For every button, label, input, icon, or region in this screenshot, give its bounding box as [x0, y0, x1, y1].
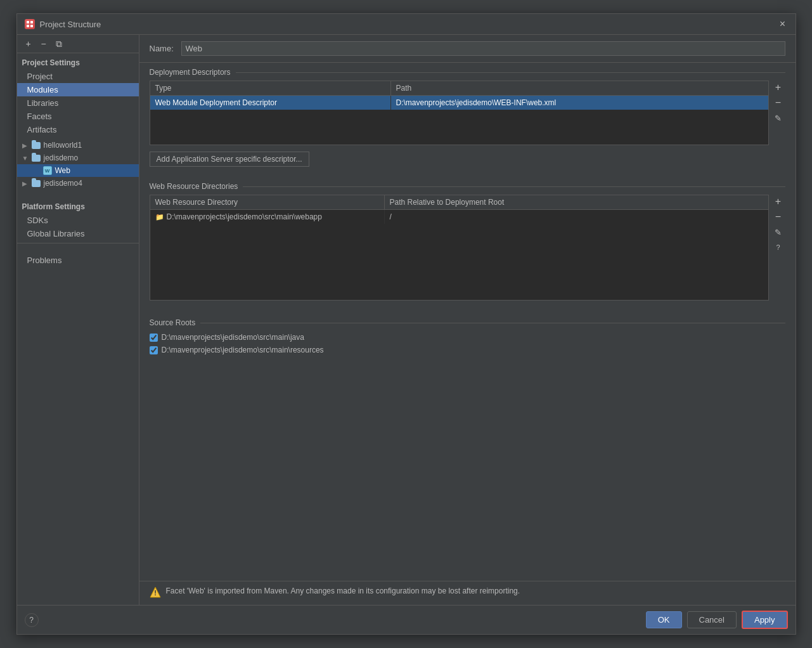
- sidebar-item-label: Modules: [27, 85, 58, 94]
- name-row: Name:: [139, 35, 796, 63]
- web-resource-section: Web Resource Directories Web Resource Di…: [139, 177, 796, 308]
- web-resource-table-body: 📁 D:\mavenprojects\jedisdemo\src\main\we…: [150, 210, 768, 300]
- remove-button[interactable]: −: [37, 37, 50, 50]
- project-settings-label: Project Settings: [17, 53, 139, 70]
- app-icon: [25, 19, 35, 29]
- module-tree: ▶ helloworld1 ▼ jedisdemo: [17, 136, 139, 192]
- tree-node-helloworld1[interactable]: ▶ helloworld1: [17, 139, 139, 152]
- sidebar-item-libraries[interactable]: Libraries: [17, 96, 139, 110]
- deployment-table-with-actions: Type Path Web Module Deployment Descript…: [150, 81, 785, 145]
- web-resource-table-with-actions: Web Resource Directory Path Relative to …: [150, 195, 785, 301]
- sidebar-item-global-libraries[interactable]: Global Libraries: [17, 227, 139, 240]
- title-bar: Project Structure ×: [17, 14, 796, 35]
- warning-icon: !: [150, 586, 161, 600]
- td-webres-dir: 📁 D:\mavenprojects\jedisdemo\src\main\we…: [150, 210, 385, 224]
- deployment-table-body: Web Module Deployment Descriptor D:\mave…: [150, 96, 768, 145]
- folder-icon: [31, 140, 41, 150]
- svg-text:!: !: [154, 589, 157, 597]
- project-structure-dialog: Project Structure × + − ⧉ Project Settin…: [16, 13, 796, 635]
- tree-toggle: ▼: [22, 155, 31, 162]
- name-label: Name:: [150, 44, 175, 53]
- deployment-table-header: Type Path: [150, 81, 768, 96]
- tree-node-jedisdemo4[interactable]: ▶ jedisdemo4: [17, 177, 139, 190]
- help-button[interactable]: ?: [25, 613, 39, 627]
- td-webres-path: /: [385, 210, 768, 224]
- dialog-body: + − ⧉ Project Settings Project Modules L…: [17, 35, 796, 605]
- th-webres-dir: Web Resource Directory: [150, 195, 385, 209]
- sidebar-item-label: Artifacts: [27, 125, 57, 134]
- table-row[interactable]: 📁 D:\mavenprojects\jedisdemo\src\main\we…: [150, 210, 768, 224]
- edit-descriptor-button[interactable]: ✎: [771, 111, 785, 125]
- web-module-icon: [42, 165, 53, 176]
- deployment-table-wrapper: Type Path Web Module Deployment Descript…: [150, 81, 769, 145]
- apply-button[interactable]: Apply: [742, 611, 788, 629]
- remove-descriptor-button[interactable]: −: [771, 96, 785, 110]
- table-row[interactable]: Web Module Deployment Descriptor D:\mave…: [150, 96, 768, 110]
- th-path: Path: [391, 81, 768, 95]
- webres-folder-icon: 📁: [155, 213, 164, 221]
- tree-label-jedisdemo: jedisdemo: [44, 153, 79, 162]
- close-button[interactable]: ×: [778, 19, 788, 29]
- source-root-label-1: D:\mavenprojects\jedisdemo\src\main\reso…: [162, 346, 324, 354]
- sidebar: + − ⧉ Project Settings Project Modules L…: [17, 35, 139, 605]
- source-root-row-1: D:\mavenprojects\jedisdemo\src\main\reso…: [150, 344, 785, 356]
- source-root-row-0: D:\mavenprojects\jedisdemo\src\main\java: [150, 331, 785, 344]
- source-roots-section-header: Source Roots: [150, 318, 785, 327]
- add-descriptor-button[interactable]: +: [771, 81, 785, 94]
- cancel-button[interactable]: Cancel: [687, 611, 737, 628]
- source-root-checkbox-1[interactable]: [150, 346, 158, 354]
- problems-section: Problems: [17, 243, 139, 269]
- sidebar-item-project[interactable]: Project: [17, 70, 139, 83]
- deployment-table-actions: + − ✎: [771, 81, 785, 145]
- web-resource-table: Web Resource Directory Path Relative to …: [150, 195, 769, 301]
- web-resource-table-actions: + − ✎ ?: [771, 195, 785, 301]
- tree-label-web: Web: [55, 166, 70, 175]
- tree-label-helloworld1: helloworld1: [44, 141, 82, 150]
- web-resource-table-header: Web Resource Directory Path Relative to …: [150, 195, 768, 210]
- warning-row: ! Facet 'Web' is imported from Maven. An…: [139, 581, 796, 605]
- sidebar-item-label: Problems: [27, 256, 62, 265]
- sidebar-item-problems[interactable]: Problems: [22, 254, 134, 267]
- th-type: Type: [150, 81, 391, 95]
- folder-icon: [31, 153, 41, 163]
- dialog-footer: ? OK Cancel Apply: [17, 605, 796, 634]
- sidebar-item-label: Facets: [27, 112, 52, 121]
- sidebar-item-label: SDKs: [27, 216, 48, 225]
- sidebar-item-label: Project: [27, 72, 53, 81]
- svg-rect-3: [30, 25, 33, 27]
- platform-settings-label: Platform Settings: [17, 197, 139, 214]
- tree-node-jedisdemo[interactable]: ▼ jedisdemo: [17, 152, 139, 164]
- sidebar-toolbar: + − ⧉: [17, 35, 139, 53]
- warning-text: Facet 'Web' is imported from Maven. Any …: [166, 586, 520, 595]
- source-root-checkbox-0[interactable]: [150, 334, 158, 342]
- ok-button[interactable]: OK: [646, 611, 682, 628]
- sidebar-item-sdks[interactable]: SDKs: [17, 214, 139, 227]
- add-application-server-descriptor-button[interactable]: Add Application Server specific descript…: [150, 152, 309, 167]
- svg-rect-1: [30, 21, 33, 23]
- name-input[interactable]: [181, 41, 785, 56]
- tree-label-jedisdemo4: jedisdemo4: [44, 179, 82, 188]
- sidebar-item-modules[interactable]: Modules: [17, 83, 139, 96]
- edit-webres-button[interactable]: ✎: [771, 225, 785, 239]
- main-content: Name: Deployment Descriptors Type Path: [139, 35, 796, 605]
- web-resource-section-header: Web Resource Directories: [150, 182, 785, 191]
- deployment-table: Type Path Web Module Deployment Descript…: [150, 81, 769, 145]
- scrollable-content: Deployment Descriptors Type Path We: [139, 63, 796, 581]
- add-button[interactable]: +: [22, 37, 35, 50]
- copy-button[interactable]: ⧉: [53, 37, 65, 50]
- help-webres-button[interactable]: ?: [771, 240, 785, 254]
- add-webres-button[interactable]: +: [771, 195, 785, 209]
- source-root-label-0: D:\mavenprojects\jedisdemo\src\main\java: [162, 333, 304, 342]
- th-webres-path: Path Relative to Deployment Root: [385, 195, 768, 209]
- sidebar-item-artifacts[interactable]: Artifacts: [17, 123, 139, 136]
- remove-webres-button[interactable]: −: [771, 210, 785, 224]
- tree-node-web[interactable]: Web: [17, 164, 139, 177]
- folder-icon: [31, 178, 41, 188]
- deployment-section: Deployment Descriptors Type Path We: [139, 63, 796, 172]
- svg-rect-2: [27, 25, 29, 27]
- sidebar-item-facets[interactable]: Facets: [17, 110, 139, 123]
- deployment-section-header: Deployment Descriptors: [150, 68, 785, 77]
- source-roots-section: Source Roots D:\mavenprojects\jedisdemo\…: [139, 313, 796, 361]
- web-resource-table-wrapper: Web Resource Directory Path Relative to …: [150, 195, 769, 301]
- tree-toggle: ▶: [22, 142, 31, 149]
